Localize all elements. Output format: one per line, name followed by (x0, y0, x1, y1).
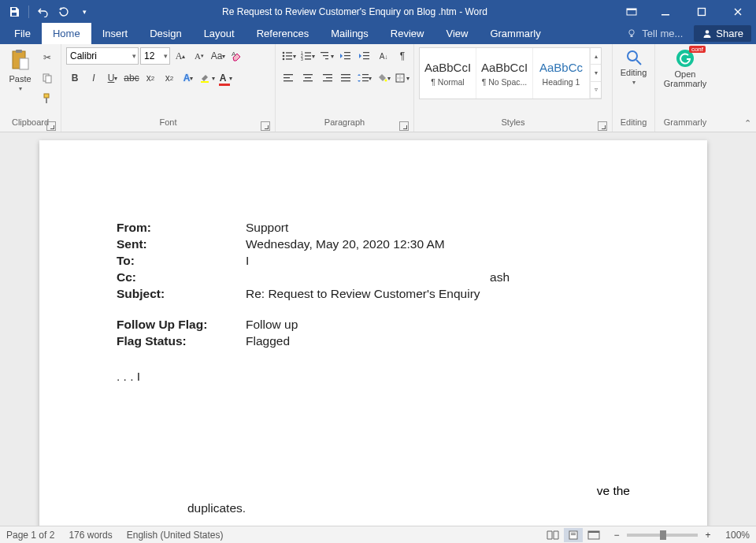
read-mode-button[interactable] (543, 528, 562, 542)
change-case-button[interactable]: Aa▾ (209, 47, 227, 65)
gallery-scroll: ▴ ▾ ▿ (590, 48, 601, 99)
minimize-button[interactable] (647, 0, 684, 23)
maximize-button[interactable] (684, 0, 720, 23)
book-icon (547, 530, 559, 540)
tab-review[interactable]: Review (380, 23, 435, 44)
bullets-button[interactable]: ▾ (280, 47, 298, 65)
svg-line-59 (636, 60, 641, 65)
style-preview: AaBbCcI (481, 61, 528, 74)
gallery-up[interactable]: ▴ (590, 48, 601, 65)
view-buttons (543, 528, 603, 542)
justify-button[interactable] (337, 69, 354, 87)
paste-button[interactable]: Paste ▾ (5, 47, 35, 92)
header-value: Wednesday, May 20, 2020 12:30 AM (246, 236, 630, 252)
tab-view[interactable]: View (435, 23, 479, 44)
tab-grammarly[interactable]: Grammarly (479, 23, 551, 44)
group-label-paragraph: Paragraph (280, 117, 409, 132)
editing-button[interactable]: Editing ▾ (617, 47, 650, 86)
sort-button[interactable]: A↓ (375, 47, 392, 65)
ribbon-options-icon[interactable] (616, 0, 647, 23)
superscript-button[interactable]: x2 (161, 69, 178, 87)
styles-dialog-launcher[interactable] (598, 121, 607, 131)
tab-mailings[interactable]: Mailings (320, 23, 380, 44)
decrease-indent-button[interactable] (337, 47, 354, 65)
close-button[interactable] (720, 0, 756, 23)
undo-icon[interactable] (34, 2, 53, 21)
svg-point-18 (283, 52, 285, 54)
align-center-button[interactable] (299, 69, 317, 87)
subscript-button[interactable]: x2 (142, 69, 159, 87)
collapse-ribbon-icon[interactable]: ⌃ (744, 118, 751, 128)
style-heading1[interactable]: AaBbCc Heading 1 (533, 48, 590, 99)
zoom-level[interactable]: 100% (718, 530, 750, 541)
zoom-slider[interactable] (627, 534, 698, 537)
document-area[interactable]: From:Support Sent:Wednesday, May 20, 202… (0, 132, 756, 526)
zoom-in-button[interactable]: + (702, 530, 713, 541)
borders-icon (395, 73, 406, 83)
line-spacing-button[interactable]: ▾ (356, 69, 373, 87)
font-dialog-launcher[interactable] (261, 121, 270, 131)
increase-indent-button[interactable] (356, 47, 373, 65)
tab-references[interactable]: References (246, 23, 320, 44)
style-no-spacing[interactable]: AaBbCcI ¶ No Spac... (476, 48, 533, 99)
header-row: Follow Up Flag:Follow up (117, 316, 630, 333)
tab-home[interactable]: Home (42, 23, 91, 44)
svg-rect-63 (571, 534, 576, 535)
svg-rect-11 (20, 58, 28, 69)
web-icon (587, 530, 600, 540)
print-layout-button[interactable] (564, 528, 583, 542)
status-words[interactable]: 176 words (69, 530, 112, 541)
open-grammarly-button[interactable]: conf OpenGrammarly (660, 47, 710, 88)
status-language[interactable]: English (United States) (127, 530, 224, 541)
document-page[interactable]: From:Support Sent:Wednesday, May 20, 202… (39, 140, 707, 526)
highlight-button[interactable]: ▾ (198, 69, 216, 87)
shading-button[interactable]: ▾ (375, 69, 392, 87)
tab-design[interactable]: Design (139, 23, 192, 44)
style-name: ¶ Normal (431, 77, 464, 87)
separator (28, 6, 29, 18)
grow-font-button[interactable]: A▴ (172, 47, 189, 65)
show-marks-button[interactable]: ¶ (394, 47, 411, 65)
qat-customize-icon[interactable]: ▾ (75, 2, 94, 21)
redo-icon[interactable] (54, 2, 73, 21)
borders-button[interactable]: ▾ (394, 69, 411, 87)
gallery-down[interactable]: ▾ (590, 65, 601, 81)
zoom-thumb[interactable] (660, 530, 666, 540)
format-painter-button[interactable] (39, 90, 56, 107)
text-effects-button[interactable]: A▾ (180, 69, 197, 87)
svg-point-6 (629, 29, 634, 34)
web-layout-button[interactable] (584, 528, 603, 542)
font-size-combo[interactable]: 12▾ (140, 47, 170, 65)
gallery-more[interactable]: ▿ (590, 82, 601, 99)
font-name-combo[interactable]: Calibri▾ (66, 47, 139, 65)
strikethrough-button[interactable]: abc (123, 69, 140, 87)
font-color-button[interactable]: A▾ (217, 69, 235, 87)
style-normal[interactable]: AaBbCcI ¶ Normal (420, 48, 476, 99)
numbering-button[interactable]: 123▾ (299, 47, 317, 65)
italic-button[interactable]: I (85, 69, 102, 87)
save-icon[interactable] (5, 2, 24, 21)
multilevel-list-button[interactable]: ▾ (318, 47, 335, 65)
tab-insert[interactable]: Insert (91, 23, 139, 44)
status-page[interactable]: Page 1 of 2 (6, 530, 54, 541)
tell-me-search[interactable]: Tell me... (620, 28, 689, 39)
tab-file[interactable]: File (3, 23, 42, 44)
zoom-out-button[interactable]: − (611, 530, 622, 541)
svg-rect-31 (323, 55, 328, 56)
copy-button[interactable] (39, 69, 56, 87)
tab-layout[interactable]: Layout (193, 23, 246, 44)
header-row: To:I (117, 252, 630, 269)
underline-button[interactable]: U▾ (104, 69, 121, 87)
align-right-button[interactable] (318, 69, 335, 87)
shrink-font-button[interactable]: A▾ (191, 47, 208, 65)
share-button[interactable]: Share (694, 25, 751, 42)
clear-formatting-button[interactable]: A (228, 47, 246, 65)
bold-button[interactable]: B (66, 69, 83, 87)
cut-button[interactable]: ✂ (39, 49, 56, 66)
align-left-button[interactable] (280, 69, 298, 87)
grammarly-badge: conf (689, 46, 706, 53)
paragraph-dialog-launcher[interactable] (399, 121, 409, 131)
clipboard-dialog-launcher[interactable] (46, 121, 56, 131)
svg-rect-30 (321, 52, 328, 53)
svg-rect-53 (362, 80, 369, 81)
